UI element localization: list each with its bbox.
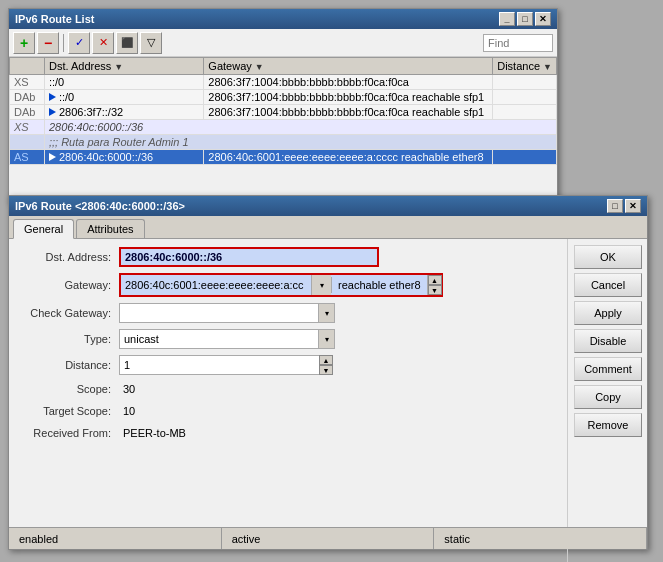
- tab-general[interactable]: General: [13, 219, 74, 239]
- route-table: Dst. Address ▼ Gateway ▼ Distance ▼ XS: [9, 57, 557, 165]
- check-gw-input[interactable]: [119, 303, 319, 323]
- copy-icon: ⬛: [121, 37, 133, 48]
- col-header-type: [10, 58, 45, 75]
- gateway-input[interactable]: [121, 275, 311, 295]
- minimize-button[interactable]: _: [499, 12, 515, 26]
- expand-icon: [49, 93, 56, 101]
- sort-icon-gw: ▼: [255, 62, 264, 72]
- scope-row: Scope: 30: [19, 381, 557, 397]
- delete-button[interactable]: −: [37, 32, 59, 54]
- scope-value: 30: [119, 381, 139, 397]
- table-row[interactable]: XS ::/0 2806:3f7:1004:bbbb:bbbb:bbbb:f0c…: [10, 75, 557, 90]
- add-button[interactable]: +: [13, 32, 35, 54]
- tabs-bar: General Attributes: [9, 216, 647, 239]
- dist-spin-up[interactable]: ▲: [319, 355, 333, 365]
- cell-group-label: 2806:40c:6000::/36: [44, 120, 556, 135]
- target-scope-value: 10: [119, 403, 139, 419]
- dist-spin-down[interactable]: ▼: [319, 365, 333, 375]
- cell-gw: 2806:40c:6001:eeee:eeee:eeee:a:cccc reac…: [204, 150, 493, 165]
- detail-title-buttons: □ ✕: [607, 199, 641, 213]
- status-bar: enabled active static: [9, 527, 647, 549]
- copy-button[interactable]: Copy: [574, 385, 642, 409]
- target-scope-label: Target Scope:: [19, 405, 119, 417]
- route-table-container: Dst. Address ▼ Gateway ▼ Distance ▼ XS: [9, 57, 557, 202]
- table-row-group: XS 2806:40c:6000::/36: [10, 120, 557, 135]
- gateway-dropdown-button[interactable]: ▾: [311, 275, 331, 295]
- x-button[interactable]: ✕: [92, 32, 114, 54]
- gateway-row: Gateway: ▾ reachable ether8 ▲ ▼: [19, 273, 557, 297]
- cell-dist: [493, 105, 557, 120]
- distance-input[interactable]: [119, 355, 319, 375]
- distance-spinner: ▲ ▼: [319, 355, 333, 375]
- table-row[interactable]: DAb 2806:3f7::/32 2806:3f7:1004:bbbb:bbb…: [10, 105, 557, 120]
- check-icon: ✓: [75, 36, 84, 49]
- dst-address-input[interactable]: [119, 247, 379, 267]
- close-button[interactable]: ✕: [535, 12, 551, 26]
- find-input[interactable]: [488, 37, 548, 49]
- comment-button[interactable]: Comment: [574, 357, 642, 381]
- dst-address-row: Dst. Address:: [19, 247, 557, 267]
- check-gw-select-wrap: ▾: [119, 303, 335, 323]
- detail-top: Dst. Address: Gateway: ▾ reachable ether…: [9, 239, 647, 562]
- distance-label: Distance:: [19, 359, 119, 371]
- disable-button[interactable]: Disable: [574, 329, 642, 353]
- check-button[interactable]: ✓: [68, 32, 90, 54]
- cell-type: DAb: [10, 105, 45, 120]
- col-header-gw[interactable]: Gateway ▼: [204, 58, 493, 75]
- distance-row: Distance: ▲ ▼: [19, 355, 557, 375]
- cell-dist: [493, 75, 557, 90]
- detail-close-button[interactable]: ✕: [625, 199, 641, 213]
- toolbar: + − ✓ ✕ ⬛ ▽: [9, 29, 557, 57]
- ok-button[interactable]: OK: [574, 245, 642, 269]
- route-list-title: IPv6 Route List: [15, 13, 94, 25]
- detail-maximize-button[interactable]: □: [607, 199, 623, 213]
- gw-spin-up[interactable]: ▲: [428, 275, 442, 285]
- cell-section-label: ;;; Ruta para Router Admin 1: [44, 135, 556, 150]
- check-gw-dropdown[interactable]: ▾: [319, 303, 335, 323]
- cell-dst: ::/0: [44, 90, 203, 105]
- form-area: Dst. Address: Gateway: ▾ reachable ether…: [9, 239, 567, 562]
- cell-dist: [493, 90, 557, 105]
- status-active: active: [222, 528, 435, 549]
- cancel-button[interactable]: Cancel: [574, 273, 642, 297]
- filter-button[interactable]: ▽: [140, 32, 162, 54]
- dst-label: Dst. Address:: [19, 251, 119, 263]
- cell-gw: 2806:3f7:1004:bbbb:bbbb:bbbb:f0ca:f0ca r…: [204, 90, 493, 105]
- received-from-row: Received From: PEER-to-MB: [19, 425, 557, 441]
- expand-icon: [49, 108, 56, 116]
- apply-button[interactable]: Apply: [574, 301, 642, 325]
- cell-dst: ::/0: [44, 75, 203, 90]
- detail-title: IPv6 Route <2806:40c:6000::/36>: [15, 200, 185, 212]
- table-row[interactable]: DAb ::/0 2806:3f7:1004:bbbb:bbbb:bbbb:f0…: [10, 90, 557, 105]
- col-header-dist[interactable]: Distance ▼: [493, 58, 557, 75]
- cell-gw: 2806:3f7:1004:bbbb:bbbb:bbbb:f0ca:f0ca r…: [204, 105, 493, 120]
- type-dropdown[interactable]: ▾: [319, 329, 335, 349]
- check-gateway-row: Check Gateway: ▾: [19, 303, 557, 323]
- maximize-button[interactable]: □: [517, 12, 533, 26]
- cell-dst: 2806:3f7::/32: [44, 105, 203, 120]
- filter-icon: ▽: [147, 36, 155, 49]
- status-static: static: [434, 528, 647, 549]
- remove-button[interactable]: Remove: [574, 413, 642, 437]
- cell-type: [10, 135, 45, 150]
- route-detail-window: IPv6 Route <2806:40c:6000::/36> □ ✕ Gene…: [8, 195, 648, 550]
- table-row-selected[interactable]: AS 2806:40c:6000::/36 2806:40c:6001:eeee…: [10, 150, 557, 165]
- gateway-spinner: ▲ ▼: [427, 275, 441, 295]
- cell-type: XS: [10, 120, 45, 135]
- title-bar-buttons: _ □ ✕: [499, 12, 551, 26]
- scope-label: Scope:: [19, 383, 119, 395]
- sort-icon-dist: ▼: [543, 62, 552, 72]
- check-gw-label: Check Gateway:: [19, 307, 119, 319]
- status-enabled: enabled: [9, 528, 222, 549]
- route-list-window: IPv6 Route List _ □ ✕ + − ✓ ✕ ⬛ ▽: [8, 8, 558, 203]
- cell-dist: [493, 150, 557, 165]
- cell-type: XS: [10, 75, 45, 90]
- minus-icon: −: [44, 35, 52, 51]
- gateway-suffix: reachable ether8: [331, 277, 427, 293]
- tab-attributes[interactable]: Attributes: [76, 219, 144, 238]
- toolbar-separator: [63, 34, 64, 52]
- col-header-dst[interactable]: Dst. Address ▼: [44, 58, 203, 75]
- gw-spin-down[interactable]: ▼: [428, 285, 442, 295]
- copy-small-button[interactable]: ⬛: [116, 32, 138, 54]
- type-input[interactable]: [119, 329, 319, 349]
